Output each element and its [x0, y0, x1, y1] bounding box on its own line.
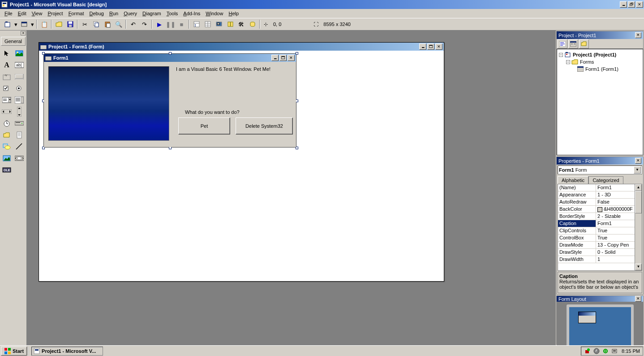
project-explorer-close-button[interactable]: ✕ [635, 32, 641, 38]
menu-format[interactable]: Format [66, 10, 87, 17]
form-layout-button[interactable] [214, 19, 224, 29]
redo-button[interactable]: ↷ [139, 19, 150, 29]
toggle-folders-button[interactable] [579, 39, 589, 48]
view-code-button[interactable] [558, 39, 567, 48]
toolbox-tab-general[interactable]: General [1, 37, 26, 46]
timer-tool[interactable] [1, 117, 13, 129]
monitor-preview[interactable]: ⠀ [567, 304, 634, 349]
menu-file[interactable]: File [2, 10, 15, 17]
checkbox-tool[interactable] [1, 82, 13, 94]
form-minimize-button[interactable]: 🗕 [271, 55, 279, 61]
menu-edit[interactable]: Edit [15, 10, 29, 17]
properties-window-button[interactable] [202, 19, 213, 29]
optionbutton-tool[interactable] [13, 82, 25, 94]
property-value[interactable]: True [596, 227, 635, 234]
designer-minimize-button[interactable]: 🗕 [419, 43, 426, 50]
tree-collapse-icon[interactable]: − [559, 53, 563, 57]
tray-icon-3[interactable] [602, 347, 609, 355]
property-row-backcolor[interactable]: BackColor&H8000000F [558, 206, 635, 213]
app-restore-button[interactable]: 🗗 [628, 1, 635, 8]
combobox-tool[interactable] [1, 94, 13, 106]
menu-debug[interactable]: Debug [86, 10, 106, 17]
textbox-tool[interactable]: ab| [13, 59, 25, 71]
menu-view[interactable]: View [29, 10, 45, 17]
menu-editor-button[interactable]: 📋 [39, 19, 49, 29]
property-value[interactable]: 13 - Copy Pen [596, 242, 635, 248]
menu-project[interactable]: Project [45, 10, 65, 17]
tab-alphabetic[interactable]: Alphabetic [558, 176, 588, 184]
listbox-tool[interactable] [13, 94, 25, 106]
app-close-button[interactable]: ✕ [636, 1, 643, 8]
ole-tool[interactable]: OLE [1, 164, 13, 176]
form-layout-close-button[interactable]: ✕ [635, 296, 641, 302]
form1-design[interactable]: Form1 🗕 🗖 ✕ I am a Visual Basic 6 Test W… [43, 53, 296, 148]
filelistbox-tool[interactable] [13, 129, 25, 141]
scroll-down-button[interactable]: ▼ [635, 264, 642, 270]
vscrollbar-tool[interactable] [13, 106, 25, 117]
form1-tree-item[interactable]: Form1 (Form1) [585, 66, 618, 72]
open-project-button[interactable] [54, 19, 64, 29]
property-value[interactable]: Form1 [596, 184, 635, 191]
property-value[interactable]: 2 - Sizable [596, 213, 635, 220]
property-value[interactable]: 1 - 3D [596, 191, 635, 198]
form-maximize-button[interactable]: 🗖 [279, 55, 287, 61]
commandbutton-tool[interactable] [13, 71, 25, 82]
picturebox-tool[interactable] [13, 48, 25, 59]
object-selector-combo[interactable]: Form1 Form ▼ [558, 165, 642, 174]
scroll-up-button[interactable]: ▲ [635, 184, 642, 191]
properties-close-button[interactable]: ✕ [635, 158, 641, 164]
menu-tools[interactable]: Tools [164, 10, 181, 17]
break-button[interactable]: ❚❚ [165, 19, 176, 29]
properties-grid[interactable]: (Name)Form1Appearance1 - 3DAutoRedrawFal… [558, 184, 635, 270]
property-value[interactable]: &H8000000F [596, 206, 635, 213]
tab-categorized[interactable]: Categorized [588, 176, 623, 184]
add-project-button[interactable] [2, 19, 13, 29]
frame-tool[interactable]: xy [1, 71, 13, 82]
menu-run[interactable]: Run [107, 10, 121, 17]
delete-system32-button[interactable]: Delete System32 [236, 117, 293, 135]
image-tool[interactable] [1, 152, 13, 164]
form-design-surface[interactable]: Form1 🗕 🗖 ✕ I am a Visual Basic 6 Test W… [43, 53, 296, 148]
project-root-label[interactable]: Project1 (Project1) [573, 52, 616, 57]
toolbox-button[interactable]: 🛠 [236, 19, 246, 29]
view-object-button[interactable] [568, 39, 578, 48]
menu-query[interactable]: Query [121, 10, 140, 17]
find-button[interactable]: 🔍 [113, 19, 124, 29]
scroll-thumb[interactable] [635, 191, 642, 213]
pointer-tool[interactable] [1, 48, 13, 59]
start-run-button[interactable]: ▶ [154, 19, 164, 29]
paste-button[interactable] [102, 19, 112, 29]
property-row-drawmode[interactable]: DrawMode13 - Copy Pen [558, 242, 635, 249]
property-row-drawwidth[interactable]: DrawWidth1 [558, 256, 635, 263]
project-explorer-button[interactable] [191, 19, 202, 29]
properties-scrollbar[interactable]: ▲ ▼ [635, 184, 642, 270]
property-value[interactable]: Form1 [596, 220, 635, 227]
property-row-drawstyle[interactable]: DrawStyle0 - Solid [558, 249, 635, 256]
menu-window[interactable]: Window [203, 10, 226, 17]
form-close-button[interactable]: ✕ [288, 55, 295, 61]
property-row-controlbox[interactable]: ControlBoxTrue [558, 234, 635, 242]
forms-folder-label[interactable]: Forms [580, 59, 594, 65]
end-stop-button[interactable]: ■ [176, 19, 187, 29]
property-row-clipcontrols[interactable]: ClipControlsTrue [558, 227, 635, 234]
menu-help[interactable]: Help [226, 10, 241, 17]
pet-button[interactable]: Pet [178, 117, 230, 135]
save-project-button[interactable] [65, 19, 75, 29]
property-row-appearance[interactable]: Appearance1 - 3D [558, 191, 635, 199]
hscrollbar-tool[interactable] [1, 106, 13, 117]
property-row-borderstyle[interactable]: BorderStyle2 - Sizable [558, 213, 635, 220]
taskbar-app-button[interactable]: Project1 - Microsoft V... [31, 347, 103, 356]
property-value[interactable]: True [596, 234, 635, 241]
label2-control[interactable]: What do you want to do? [185, 109, 240, 115]
picturebox-control[interactable] [48, 66, 169, 141]
data-view-button[interactable] [247, 19, 258, 29]
app-minimize-button[interactable]: 🗕 [620, 1, 627, 8]
tray-clock[interactable]: 8:15 PM [622, 348, 640, 354]
start-button[interactable]: Start [1, 347, 27, 356]
undo-button[interactable]: ↶ [128, 19, 138, 29]
dirlistbox-tool[interactable] [1, 129, 13, 141]
shape-tool[interactable] [1, 141, 13, 152]
tray-icon-4[interactable] [611, 347, 618, 355]
menu-add-ins[interactable]: Add-Ins [180, 10, 203, 17]
add-form-dropdown[interactable]: ▾ [30, 19, 34, 29]
